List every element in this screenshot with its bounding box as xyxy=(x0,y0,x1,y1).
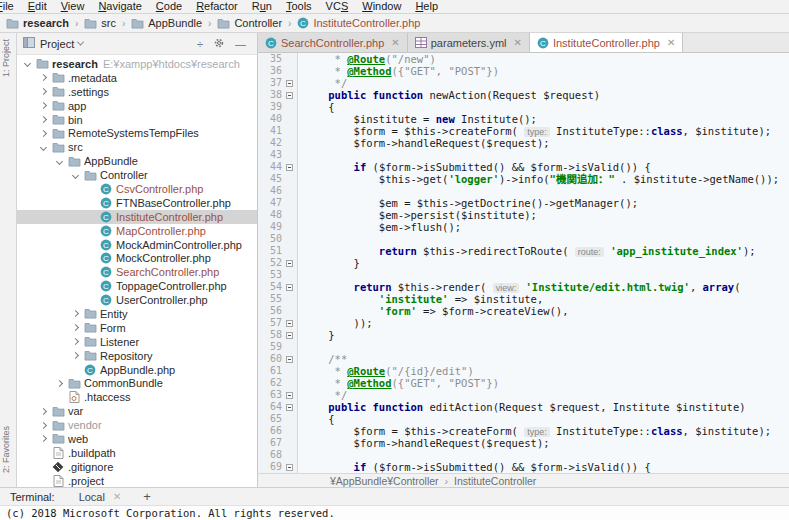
menu-item-file[interactable]: File xyxy=(0,0,21,13)
breadcrumb-item[interactable]: Controller xyxy=(215,17,284,29)
editor-tab[interactable]: CInstituteController.php✕ xyxy=(530,33,683,52)
tree-row[interactable]: CMapController.php xyxy=(17,224,257,238)
menu-item-run[interactable]: Run xyxy=(245,0,279,13)
editor-gutter[interactable]: 3536373839404142434445464748495051525354… xyxy=(258,53,298,473)
tree-row[interactable]: app xyxy=(17,99,257,113)
tree-row[interactable]: var xyxy=(17,404,257,418)
fold-marker-icon[interactable] xyxy=(286,80,293,87)
chevron-collapsed-icon[interactable] xyxy=(56,380,63,387)
chevron-collapsed-icon[interactable] xyxy=(40,408,47,415)
tree-row[interactable]: .gitignore xyxy=(17,460,257,474)
tree-row[interactable]: .settings xyxy=(17,85,257,99)
editor-tab[interactable]: parameters.yml✕ xyxy=(408,33,530,52)
chevron-collapsed-icon[interactable] xyxy=(40,435,47,442)
close-icon[interactable]: ✕ xyxy=(514,37,522,48)
tree-row[interactable]: CMockController.php xyxy=(17,251,257,265)
tree-row[interactable]: CSearchController.php xyxy=(17,265,257,279)
breadcrumb-separator: › xyxy=(439,475,455,487)
terminal-output[interactable]: (c) 2018 Microsoft Corporation. All righ… xyxy=(0,505,789,520)
tree-row[interactable]: CAppBundle.php xyxy=(17,363,257,377)
tree-row[interactable]: CInstituteController.php xyxy=(17,210,257,224)
tree-row[interactable]: .metadata xyxy=(17,71,257,85)
code-editor[interactable]: * @Route("/new") * @Method({"GET", "POST… xyxy=(298,53,789,473)
chevron-collapsed-icon[interactable] xyxy=(40,102,47,109)
tree-row[interactable]: RemoteSystemsTempFiles xyxy=(17,126,257,140)
tree-row[interactable]: CUserController.php xyxy=(17,293,257,307)
fold-marker-icon[interactable] xyxy=(286,284,293,291)
tree-row[interactable]: AppBundle xyxy=(17,154,257,168)
terminal-tab-local[interactable]: Local ✕ xyxy=(79,491,122,503)
fold-marker-icon[interactable] xyxy=(286,92,293,99)
tree-row[interactable]: Repository xyxy=(17,349,257,363)
menu-item-edit[interactable]: Edit xyxy=(21,0,54,13)
tree-row[interactable]: researchE:¥xampp¥htdocs¥research xyxy=(17,57,257,71)
tree-row[interactable]: Controller xyxy=(17,168,257,182)
menu-item-code[interactable]: Code xyxy=(149,0,189,13)
tree-row[interactable]: Form xyxy=(17,321,257,335)
menu-item-vcs[interactable]: VCS xyxy=(319,0,356,13)
chevron-down-icon[interactable] xyxy=(77,39,84,46)
tree-row[interactable]: web xyxy=(17,432,257,446)
menu-item-navigate[interactable]: Navigate xyxy=(91,0,148,13)
tree-row[interactable]: src xyxy=(17,140,257,154)
menu-item-window[interactable]: Window xyxy=(355,0,408,13)
tree-row[interactable]: CMockAdminController.php xyxy=(17,238,257,252)
stripe-label-project[interactable]: 1: Project xyxy=(1,39,11,77)
chevron-collapsed-icon[interactable] xyxy=(72,338,79,345)
code-line: public function editAction(Request $requ… xyxy=(303,401,789,413)
chevron-collapsed-icon[interactable] xyxy=(40,422,47,429)
tree-row[interactable]: Listener xyxy=(17,335,257,349)
fold-marker-icon[interactable] xyxy=(286,392,293,399)
collapse-expand-icon[interactable]: ÷ xyxy=(192,38,208,50)
fold-marker-icon[interactable] xyxy=(286,404,293,411)
project-title[interactable]: Project xyxy=(40,38,74,50)
tree-row[interactable]: CCsvController.php xyxy=(17,182,257,196)
editor-tab[interactable]: CSearchController.php✕ xyxy=(258,33,408,52)
close-icon[interactable]: ✕ xyxy=(391,37,399,48)
close-icon[interactable]: ✕ xyxy=(667,37,675,48)
tree-row[interactable]: Entity xyxy=(17,307,257,321)
chevron-collapsed-icon[interactable] xyxy=(72,352,79,359)
tree-row[interactable]: .htaccess xyxy=(17,390,257,404)
chevron-collapsed-icon[interactable] xyxy=(40,116,47,123)
breadcrumb-item[interactable]: AppBundle xyxy=(129,17,204,29)
menu-item-help[interactable]: Help xyxy=(408,0,445,13)
tree-row[interactable]: vendor xyxy=(17,418,257,432)
fold-marker-icon[interactable] xyxy=(286,464,293,471)
gutter-line: 40 xyxy=(258,113,297,125)
tree-row[interactable]: CommonBundle xyxy=(17,376,257,390)
menu-item-refactor[interactable]: Refactor xyxy=(189,0,245,13)
tree-row[interactable]: .project xyxy=(17,474,257,487)
tree-row[interactable]: .buildpath xyxy=(17,446,257,460)
editor-breadcrumb-item[interactable]: InstituteController xyxy=(454,475,536,487)
close-icon[interactable]: ✕ xyxy=(113,491,121,502)
fold-marker-icon[interactable] xyxy=(286,164,293,171)
hide-panel-icon[interactable]: — xyxy=(230,38,251,50)
fold-marker-icon[interactable] xyxy=(286,320,293,327)
fold-marker-icon[interactable] xyxy=(286,332,293,339)
stripe-label-favorites[interactable]: 2: Favorites xyxy=(1,426,11,473)
tree-row[interactable]: CToppageController.php xyxy=(17,279,257,293)
chevron-collapsed-icon[interactable] xyxy=(40,88,47,95)
chevron-collapsed-icon[interactable] xyxy=(40,74,47,81)
menu-item-tools[interactable]: Tools xyxy=(279,0,319,13)
chevron-collapsed-icon[interactable] xyxy=(40,130,47,137)
breadcrumb-item[interactable]: CInstituteController.php xyxy=(295,17,422,29)
breadcrumb-item-label: Controller xyxy=(234,17,282,29)
chevron-expanded-icon[interactable] xyxy=(40,144,47,151)
gear-icon[interactable] xyxy=(208,37,230,51)
fold-marker-icon[interactable] xyxy=(286,356,293,363)
tree-row[interactable]: CFTNBaseController.php xyxy=(17,196,257,210)
breadcrumb-item[interactable]: research xyxy=(4,17,71,29)
fold-marker-icon[interactable] xyxy=(286,260,293,267)
chevron-expanded-icon[interactable] xyxy=(56,158,63,165)
chevron-expanded-icon[interactable] xyxy=(24,60,31,67)
menu-item-view[interactable]: View xyxy=(54,0,92,13)
tree-row[interactable]: bin xyxy=(17,113,257,127)
editor-breadcrumb-item[interactable]: ¥AppBundle¥Controller xyxy=(330,475,439,487)
breadcrumb-item[interactable]: src xyxy=(82,17,118,29)
chevron-expanded-icon[interactable] xyxy=(72,172,79,179)
chevron-collapsed-icon[interactable] xyxy=(72,310,79,317)
new-terminal-tab-button[interactable]: + xyxy=(143,490,151,503)
chevron-collapsed-icon[interactable] xyxy=(72,324,79,331)
